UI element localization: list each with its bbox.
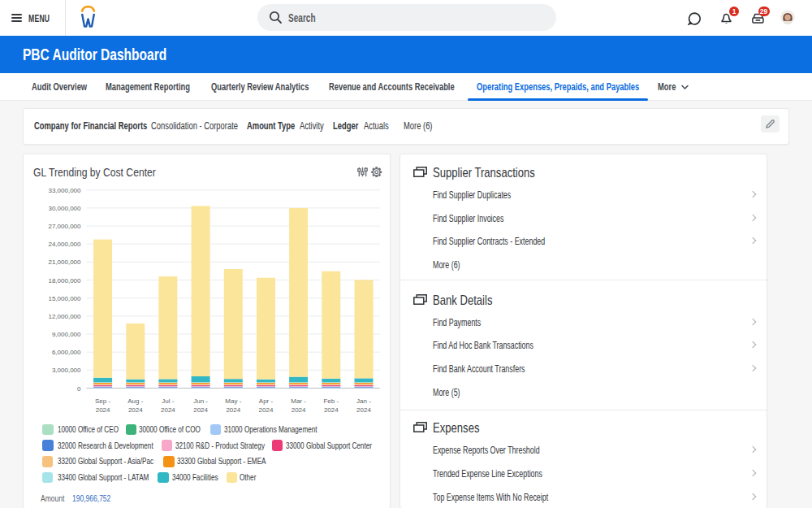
svg-text:2024: 2024	[324, 406, 339, 414]
svg-text:6,000,000: 6,000,000	[52, 349, 81, 356]
svg-text:30,000,000: 30,000,000	[48, 205, 81, 212]
svg-text:Aug -: Aug -	[127, 397, 143, 405]
svg-text:9,000,000: 9,000,000	[52, 331, 81, 338]
svg-text:21,000,000: 21,000,000	[48, 258, 81, 266]
svg-text:18,000,000: 18,000,000	[48, 277, 81, 284]
svg-text:2024: 2024	[226, 406, 240, 414]
svg-text:24,000,000: 24,000,000	[48, 241, 81, 248]
svg-text:May -: May -	[225, 397, 241, 405]
svg-text:12,000,000: 12,000,000	[48, 313, 81, 320]
svg-text:15,000,000: 15,000,000	[48, 295, 81, 302]
svg-text:Jun -: Jun -	[193, 397, 208, 405]
svg-text:2024: 2024	[128, 406, 143, 414]
svg-text:2024: 2024	[193, 406, 208, 414]
svg-text:Feb -: Feb -	[323, 397, 339, 405]
svg-text:Sep -: Sep -	[95, 397, 110, 405]
svg-text:Mar -: Mar -	[291, 397, 306, 405]
svg-text:2024: 2024	[161, 406, 175, 414]
svg-text:3,000,000: 3,000,000	[52, 367, 81, 374]
svg-text:Jan -: Jan -	[356, 397, 371, 405]
svg-text:0: 0	[77, 385, 81, 393]
svg-text:Jul -: Jul -	[162, 397, 174, 405]
svg-text:33,000,000: 33,000,000	[48, 187, 81, 194]
svg-text:Apr -: Apr -	[259, 397, 274, 405]
svg-text:2024: 2024	[259, 406, 274, 414]
svg-text:2024: 2024	[356, 406, 371, 414]
svg-text:2024: 2024	[292, 406, 306, 414]
svg-text:2024: 2024	[96, 406, 110, 414]
svg-text:27,000,000: 27,000,000	[48, 223, 81, 230]
